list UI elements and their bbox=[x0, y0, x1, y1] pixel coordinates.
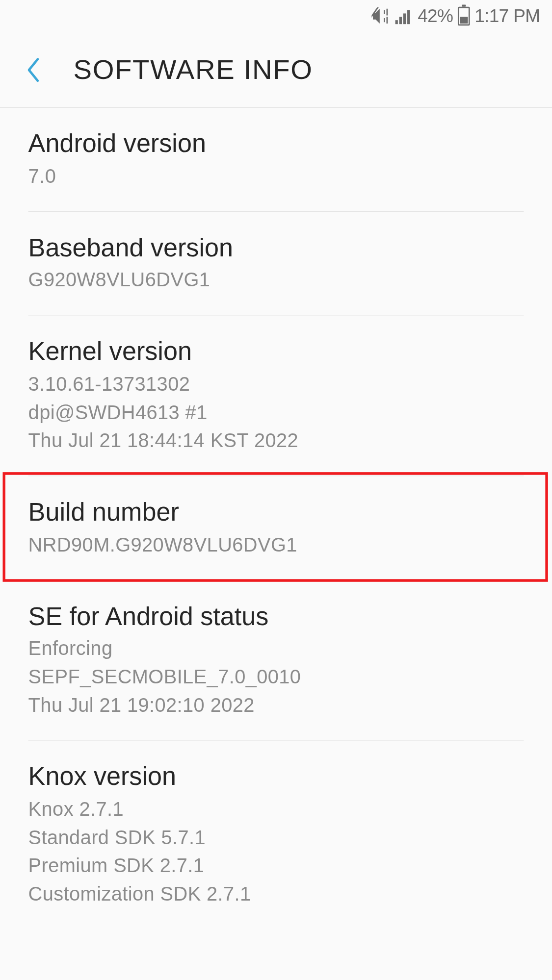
status-time: 1:17 PM bbox=[474, 6, 540, 27]
screen: 42% 1:17 PM SOFTWARE INFO Android versio… bbox=[0, 0, 552, 980]
item-value: 3.10.61-13731302 dpi@SWDH4613 #1 Thu Jul… bbox=[28, 370, 524, 454]
svg-rect-9 bbox=[408, 10, 410, 25]
item-value: Enforcing SEPF_SECMOBILE_7.0_0010 Thu Ju… bbox=[28, 634, 524, 719]
mute-vibrate-icon bbox=[372, 7, 391, 25]
item-value: G920W8VLU6DVG1 bbox=[28, 266, 524, 294]
item-label: SE for Android status bbox=[28, 601, 524, 632]
battery-percent: 42% bbox=[418, 6, 453, 27]
svg-marker-0 bbox=[373, 9, 380, 24]
status-bar: 42% 1:17 PM bbox=[0, 0, 552, 32]
title-bar: SOFTWARE INFO bbox=[0, 32, 552, 108]
back-button[interactable] bbox=[23, 53, 43, 87]
item-label: Android version bbox=[28, 128, 524, 159]
item-label: Baseband version bbox=[28, 232, 524, 263]
item-android-version[interactable]: Android version 7.0 bbox=[28, 108, 524, 212]
item-label: Kernel version bbox=[28, 336, 524, 367]
item-value: Knox 2.7.1 Standard SDK 5.7.1 Premium SD… bbox=[28, 795, 524, 908]
svg-rect-6 bbox=[395, 20, 398, 24]
item-label: Knox version bbox=[28, 762, 524, 793]
svg-rect-7 bbox=[399, 17, 402, 24]
item-label: Build number bbox=[28, 497, 524, 528]
battery-icon bbox=[458, 7, 470, 25]
item-value: 7.0 bbox=[28, 162, 524, 190]
item-build-number[interactable]: Build number NRD90M.G920W8VLU6DVG1 bbox=[28, 476, 524, 580]
item-value: NRD90M.G920W8VLU6DVG1 bbox=[28, 530, 524, 559]
item-baseband-version[interactable]: Baseband version G920W8VLU6DVG1 bbox=[28, 212, 524, 316]
item-kernel-version[interactable]: Kernel version 3.10.61-13731302 dpi@SWDH… bbox=[28, 316, 524, 477]
svg-rect-8 bbox=[403, 13, 406, 24]
page-title: SOFTWARE INFO bbox=[74, 54, 313, 85]
settings-list: Android version 7.0 Baseband version G92… bbox=[0, 108, 552, 929]
chevron-left-icon bbox=[26, 56, 40, 83]
signal-icon bbox=[395, 8, 413, 24]
item-se-android-status[interactable]: SE for Android status Enforcing SEPF_SEC… bbox=[28, 580, 524, 741]
item-knox-version[interactable]: Knox version Knox 2.7.1 Standard SDK 5.7… bbox=[28, 741, 524, 929]
